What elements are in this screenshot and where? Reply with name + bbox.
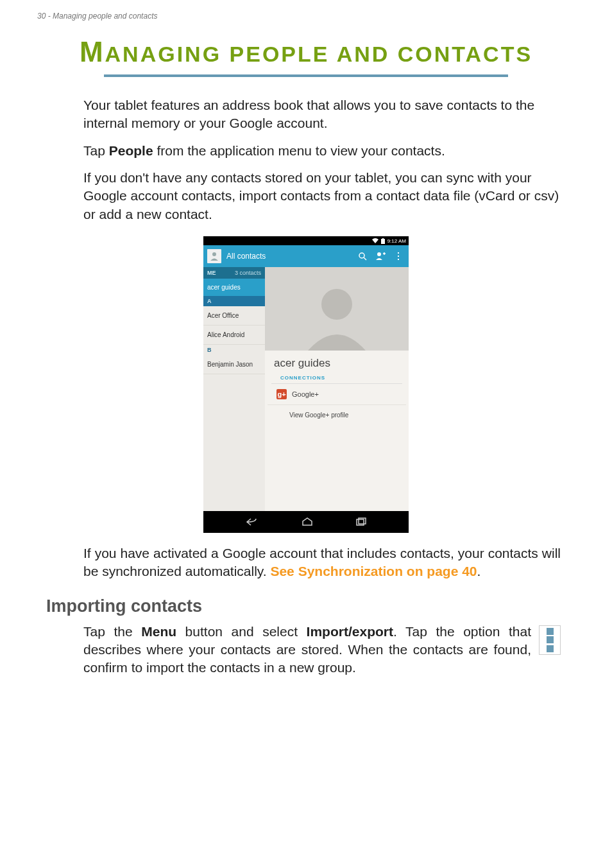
section-header-a: A <box>203 296 265 306</box>
heading-underline <box>104 74 508 77</box>
status-time: 9:12 AM <box>387 238 406 244</box>
intro-paragraph-1: Your tablet features an address book tha… <box>83 96 561 133</box>
intro-paragraph-3: If you don't have any contacts stored on… <box>83 169 561 223</box>
googleplus-label: Google+ <box>292 390 319 398</box>
importing-contacts-heading: Importing contacts <box>0 590 612 623</box>
wifi-icon <box>372 238 378 243</box>
synchronization-link[interactable]: See Synchronization on page 40 <box>270 564 477 578</box>
contact-name: acer guides <box>265 351 409 374</box>
svg-point-3 <box>359 253 364 258</box>
googleplus-row[interactable]: g+ Google+ <box>268 384 406 405</box>
add-contact-icon[interactable] <box>374 252 387 261</box>
people-app-icon[interactable] <box>207 249 221 263</box>
overflow-menu-icon[interactable] <box>392 252 405 261</box>
status-bar: 9:12 AM <box>203 236 409 245</box>
sidebar-item[interactable]: Benjamin Jason <box>203 355 265 374</box>
connections-label: CONNECTIONS <box>271 374 402 384</box>
page-title: MANAGING PEOPLE AND CONTACTS <box>0 27 612 68</box>
svg-point-2 <box>212 252 216 256</box>
android-nav-bar <box>203 511 409 533</box>
import-export-label: Import/export <box>307 624 393 639</box>
android-frame: 9:12 AM All contacts ME 3 contacts <box>203 236 409 533</box>
dot-icon <box>547 628 554 635</box>
sidebar-item-selected[interactable]: acer guides <box>203 279 265 296</box>
svg-rect-0 <box>381 239 385 244</box>
sidebar-item[interactable]: Acer Office <box>203 306 265 326</box>
contact-avatar <box>265 267 409 351</box>
menu-button-label: Menu <box>141 624 176 639</box>
svg-line-4 <box>364 257 366 260</box>
sync-paragraph: If you have activated a Google account t… <box>83 544 561 581</box>
home-icon[interactable] <box>302 517 313 526</box>
recents-icon[interactable] <box>355 517 367 526</box>
search-icon[interactable] <box>356 252 369 261</box>
import-paragraph: Tap the Menu button and select Import/ex… <box>83 623 531 677</box>
app-bar: All contacts <box>203 245 409 267</box>
battery-icon <box>381 238 385 244</box>
svg-rect-8 <box>398 252 399 254</box>
svg-point-5 <box>377 252 381 256</box>
content-area: ME 3 contacts acer guides A Acer Office … <box>203 267 409 511</box>
section-header-b: B <box>203 345 265 355</box>
svg-point-11 <box>321 289 352 320</box>
people-app-label: People <box>109 143 153 158</box>
back-icon[interactable] <box>246 517 260 526</box>
contact-count: 3 contacts <box>235 270 261 276</box>
intro-paragraph-2: Tap People from the application menu to … <box>83 142 561 160</box>
view-googleplus-profile[interactable]: View Google+ profile <box>265 405 409 425</box>
heading-big-letter: M <box>80 36 105 67</box>
appbar-title: All contacts <box>226 252 351 261</box>
page-header: 30 - Managing people and contacts <box>0 0 612 27</box>
heading-rest: ANAGING PEOPLE AND CONTACTS <box>105 42 533 66</box>
embedded-screenshot: 9:12 AM All contacts ME 3 contacts <box>0 232 612 544</box>
me-label: ME <box>207 270 216 276</box>
contact-detail-pane: acer guides CONNECTIONS g+ Google+ View … <box>265 267 409 511</box>
dot-icon <box>547 645 554 652</box>
svg-rect-10 <box>398 259 399 260</box>
me-row[interactable]: ME 3 contacts <box>203 267 265 279</box>
sidebar-item[interactable]: Alice Android <box>203 326 265 345</box>
menu-dots-icon <box>539 625 561 655</box>
dot-icon <box>547 636 554 643</box>
contacts-sidebar: ME 3 contacts acer guides A Acer Office … <box>203 267 265 511</box>
googleplus-icon: g+ <box>276 389 287 399</box>
svg-rect-9 <box>398 256 399 257</box>
svg-rect-1 <box>382 238 384 239</box>
